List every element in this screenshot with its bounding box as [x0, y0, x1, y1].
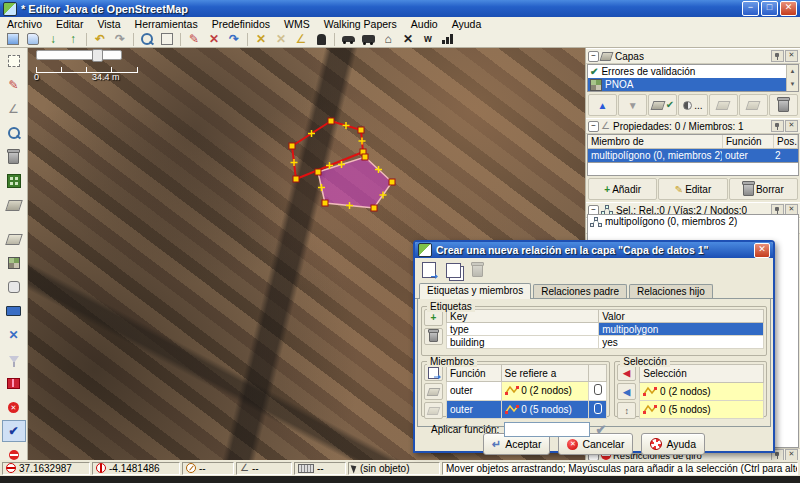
tab-relaciones-padre[interactable]: Relaciones padre — [533, 284, 627, 298]
draw-node-tool-button[interactable]: ✎ — [2, 74, 26, 96]
funcion-cell[interactable]: outer — [447, 400, 502, 418]
tag-row[interactable]: type multipolygon — [447, 323, 764, 336]
move-node-button[interactable]: ✎ — [185, 32, 203, 47]
map-paint-toggle-button[interactable] — [2, 252, 26, 274]
layer-delete-button[interactable] — [769, 94, 798, 116]
undo-button[interactable]: ↶ — [91, 32, 109, 47]
pan-button[interactable] — [312, 32, 330, 47]
title-bar[interactable]: * Editor Java de OpenStreetMap − □ ✕ — [0, 0, 800, 17]
apply-role-button[interactable]: ✔ — [595, 422, 606, 437]
col-funcion[interactable]: Función — [447, 365, 502, 382]
value-cell[interactable]: yes — [599, 336, 764, 349]
add-button[interactable]: +Añadir — [588, 178, 657, 200]
layer-opacity-button[interactable]: ... — [678, 94, 707, 116]
key-cell[interactable]: building — [447, 336, 599, 349]
member-of-row[interactable]: multipolígono (0, miembros 2) outer 2 — [588, 149, 798, 162]
relation-list-item[interactable]: multipolígono (0, miembros 2) — [588, 215, 798, 228]
menu-audio[interactable]: Audio — [404, 18, 445, 30]
preset-car-button[interactable] — [339, 32, 357, 47]
layer-duplicate-button[interactable] — [739, 94, 768, 116]
preset-waypoint-button[interactable]: w — [419, 32, 437, 47]
selection-toggle-button[interactable]: ✔ — [2, 420, 26, 442]
tab-relaciones-hijo[interactable]: Relaciones hijo — [629, 284, 713, 298]
funcion-cell[interactable]: outer — [447, 382, 502, 400]
col-pos[interactable]: Pos... — [774, 135, 798, 148]
align-nodes-button[interactable]: ∠ — [292, 32, 310, 47]
imagery-toggle-button[interactable] — [2, 276, 26, 298]
selection-row[interactable]: 0 (5 nodos) — [640, 401, 764, 419]
col-valor[interactable]: Valor — [599, 310, 764, 323]
delete-button[interactable]: Borrar — [729, 178, 798, 200]
menu-vista[interactable]: Vista — [90, 18, 127, 30]
ref-cell[interactable]: 0 (5 nodos) — [501, 400, 589, 418]
col-seleccion[interactable]: Selección — [640, 365, 764, 383]
tab-etiquetas-y-miembros[interactable]: Etiquetas y miembros — [419, 283, 531, 299]
minimize-button[interactable]: − — [742, 1, 759, 16]
new-layer-button[interactable] — [4, 32, 22, 47]
collapse-icon[interactable]: − — [588, 121, 599, 132]
combine-way-button[interactable]: ↷ — [225, 32, 243, 47]
improve-accuracy-tool-button[interactable] — [2, 170, 26, 192]
member-row[interactable]: outer 0 (2 nodos) — [447, 382, 607, 400]
close-icon[interactable]: ✕ — [785, 120, 798, 132]
preset-building-button[interactable]: ⌂ — [379, 32, 397, 47]
delete-tag-button[interactable] — [424, 328, 443, 345]
member-row-selected[interactable]: outer 0 (5 nodos) — [447, 400, 607, 418]
layer-down-button[interactable]: ▼ — [618, 94, 647, 116]
layer-list-scrollbar[interactable]: ▲ ▼ — [786, 65, 798, 91]
edit-button[interactable]: ✎Editar — [658, 178, 727, 200]
split-way-button[interactable]: ✕ — [205, 32, 223, 47]
menu-archivo[interactable]: Archivo — [0, 18, 49, 30]
pin-icon[interactable] — [771, 120, 784, 132]
select-tool-button[interactable] — [2, 50, 26, 72]
copy-members-button[interactable] — [424, 383, 443, 400]
upload-button[interactable]: ↑ — [64, 32, 82, 47]
col-miembro-de[interactable]: Miembro de — [588, 135, 723, 148]
maximize-button[interactable]: □ — [761, 1, 778, 16]
redo-button[interactable]: ↷ — [111, 32, 129, 47]
menu-predefinidos[interactable]: Predefinidos — [205, 18, 277, 30]
layer-up-button[interactable]: ▲ — [588, 94, 617, 116]
sort-members-button[interactable]: ↕ — [617, 402, 636, 419]
layer-merge-button[interactable] — [709, 94, 738, 116]
open-button[interactable] — [24, 32, 42, 47]
zoom-slider[interactable] — [36, 50, 122, 60]
apply-new-relation-button[interactable] — [419, 260, 439, 280]
duplicate-relation-button[interactable] — [443, 260, 463, 280]
measure-tool-button[interactable]: ∠ — [2, 98, 26, 120]
sel-cell[interactable]: 0 (5 nodos) — [640, 401, 764, 419]
command-stack-toggle-button[interactable] — [2, 300, 26, 322]
tag-row[interactable]: building yes — [447, 336, 764, 349]
preset-bus-button[interactable] — [359, 32, 377, 47]
selection-row[interactable]: 0 (2 nodos) — [640, 383, 764, 401]
close-icon[interactable]: ✕ — [785, 50, 798, 62]
delete-tool-button[interactable] — [2, 146, 26, 168]
col-se-refiere-a[interactable]: Se refiere a — [501, 365, 589, 382]
zoom-to-selection-button[interactable] — [138, 32, 156, 47]
validation-toggle-button[interactable]: ✕ — [2, 396, 26, 418]
preset-crossing-button[interactable]: ✕ — [399, 32, 417, 47]
scroll-up-icon[interactable]: ▲ — [787, 65, 798, 78]
layer-row-pnoa[interactable]: PNOA — [588, 78, 798, 91]
layers-toggle-button[interactable] — [2, 228, 26, 250]
sel-cell[interactable]: 0 (2 nodos) — [640, 383, 764, 401]
value-cell[interactable]: multipolygon — [599, 323, 764, 336]
orthogonalize-button[interactable]: ✕ — [252, 32, 270, 47]
menu-editar[interactable]: Editar — [49, 18, 90, 30]
menu-ayuda[interactable]: Ayuda — [445, 18, 489, 30]
parallel-way-toggle-button[interactable]: ✕ — [2, 324, 26, 346]
preferences-button[interactable] — [158, 32, 176, 47]
layer-visibility-button[interactable]: ✔ — [648, 94, 677, 116]
mirror-button[interactable]: ✕ — [272, 32, 290, 47]
zoom-tool-button[interactable] — [2, 122, 26, 144]
add-selection-before-button[interactable]: ◀ — [617, 383, 636, 400]
download-button[interactable]: ↓ — [44, 32, 62, 47]
presets-toggle-button[interactable] — [2, 372, 26, 394]
pin-icon[interactable] — [771, 50, 784, 62]
dialog-title-bar[interactable]: Crear una nueva relación en la capa "Cap… — [415, 242, 773, 258]
key-cell[interactable]: type — [447, 323, 599, 336]
zoom-slider-thumb[interactable] — [92, 49, 103, 62]
extrude-tool-button[interactable] — [2, 194, 26, 216]
scroll-down-icon[interactable]: ▼ — [787, 78, 798, 91]
ref-cell[interactable]: 0 (2 nodos) — [501, 382, 589, 400]
